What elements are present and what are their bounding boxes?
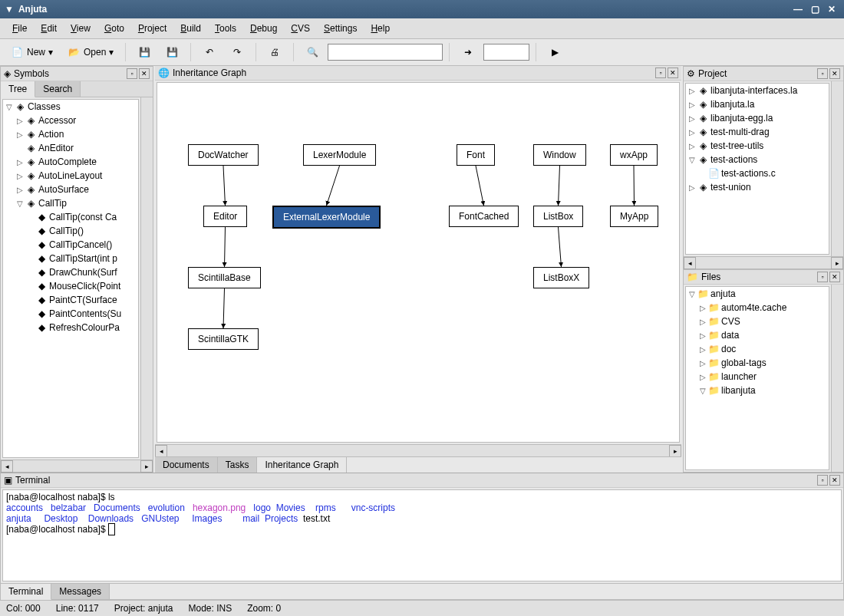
- tree-item[interactable]: ▷📁global-tags: [686, 356, 829, 370]
- expander-icon[interactable]: ▷: [698, 304, 707, 312]
- expander-icon[interactable]: ▷: [15, 172, 25, 180]
- tree-item[interactable]: ◆RefreshColourPa: [3, 321, 138, 334]
- tab-documents[interactable]: Documents: [155, 457, 218, 473]
- tree-root[interactable]: ▽◈Classes: [3, 100, 138, 114]
- expander-icon[interactable]: ▷: [687, 100, 697, 109]
- tree-item[interactable]: ▷◈libanjuta-egg.la: [686, 111, 829, 125]
- maximize-button[interactable]: ▢: [807, 2, 823, 17]
- tab-search[interactable]: Search: [35, 81, 81, 97]
- menu-help[interactable]: Help: [364, 21, 396, 35]
- save-all-button[interactable]: 💾: [160, 42, 184, 62]
- expander-icon[interactable]: ▷: [687, 128, 697, 137]
- scroll-right-icon[interactable]: ▸: [140, 460, 153, 473]
- close-button[interactable]: ✕: [824, 2, 839, 17]
- menu-project[interactable]: Project: [132, 21, 173, 35]
- find-button[interactable]: 🔍: [300, 42, 325, 62]
- menu-build[interactable]: Build: [174, 21, 207, 35]
- tree-item[interactable]: ▷◈test-tree-utils: [686, 139, 829, 153]
- tab-terminal[interactable]: Terminal: [1, 584, 51, 600]
- expander-icon[interactable]: ▷: [15, 186, 25, 194]
- tree-item[interactable]: ◆PaintContents(Su: [3, 307, 138, 321]
- menu-tools[interactable]: Tools: [209, 21, 242, 35]
- menu-debug[interactable]: Debug: [244, 21, 283, 35]
- tree-item[interactable]: ▷◈test-union: [686, 180, 829, 194]
- panel-close-button[interactable]: ✕: [139, 68, 150, 79]
- scrollbar-vertical[interactable]: [831, 285, 843, 472]
- tree-item[interactable]: ▷◈AutoComplete: [3, 155, 138, 169]
- tree-item[interactable]: ◆CallTip(const Ca: [3, 210, 138, 224]
- tree-item[interactable]: ◆PaintCT(Surface: [3, 293, 138, 307]
- save-button[interactable]: 💾: [132, 42, 157, 62]
- menu-edit[interactable]: Edit: [35, 21, 63, 35]
- window-menu-icon[interactable]: ▼: [5, 4, 14, 15]
- expander-icon[interactable]: ▷: [687, 183, 697, 192]
- tree-item[interactable]: ▷◈libanjuta-interfaces.la: [686, 84, 829, 97]
- expander-icon[interactable]: ▷: [687, 142, 697, 150]
- scroll-left-icon[interactable]: ◂: [1, 460, 13, 473]
- menu-cvs[interactable]: CVS: [285, 21, 316, 35]
- tab-tasks[interactable]: Tasks: [218, 457, 258, 473]
- tab-inheritance-graph[interactable]: Inheritance Graph: [257, 457, 347, 473]
- goto-button[interactable]: ➜: [456, 42, 480, 62]
- scrollbar-vertical[interactable]: [140, 97, 153, 460]
- expander-icon[interactable]: ▽: [15, 199, 25, 208]
- scrollbar-horizontal[interactable]: ◂▸: [155, 444, 681, 456]
- menu-file[interactable]: File: [6, 21, 33, 35]
- minimize-button[interactable]: —: [790, 2, 806, 17]
- panel-detach-button[interactable]: ▫: [817, 68, 828, 79]
- expander-icon[interactable]: ▽: [687, 156, 697, 164]
- scrollbar-horizontal[interactable]: ◂ ▸: [1, 460, 153, 472]
- expander-icon[interactable]: ▷: [15, 130, 25, 139]
- panel-detach-button[interactable]: ▫: [817, 475, 828, 486]
- tree-item[interactable]: ◆CallTipCancel(): [3, 238, 138, 252]
- expander-icon[interactable]: ▷: [698, 359, 707, 367]
- tree-item[interactable]: ▷📁autom4te.cache: [686, 301, 829, 315]
- tree-item[interactable]: ◈AnEditor: [3, 141, 138, 155]
- tree-item[interactable]: ◆CallTip(): [3, 224, 138, 238]
- inheritance-graph[interactable]: DocWatcherLexerModuleFontWindowwxAppEdit…: [157, 82, 680, 443]
- menu-settings[interactable]: Settings: [318, 21, 363, 35]
- tree-item[interactable]: ▽◈test-actions: [686, 153, 829, 166]
- tree-item[interactable]: ◆MouseClick(Point: [3, 279, 138, 293]
- panel-detach-button[interactable]: ▫: [817, 272, 828, 282]
- tree-item[interactable]: ▷📁data: [686, 328, 829, 342]
- undo-button[interactable]: ↶: [197, 42, 222, 62]
- tree-item[interactable]: ▷📁doc: [686, 342, 829, 356]
- tree-item[interactable]: ◆CallTipStart(int p: [3, 252, 138, 265]
- expander-icon[interactable]: ▷: [698, 373, 707, 381]
- scrollbar-horizontal[interactable]: ◂▸: [684, 256, 843, 268]
- terminal-output[interactable]: [naba@localhost naba]$ lsaccounts belzab…: [2, 489, 842, 581]
- tree-item[interactable]: ▽◈CallTip: [3, 196, 138, 210]
- panel-close-button[interactable]: ✕: [668, 68, 678, 78]
- expander-icon[interactable]: ▷: [15, 158, 25, 166]
- tree-item[interactable]: ◆DrawChunk(Surf: [3, 265, 138, 279]
- expander-icon[interactable]: ▷: [698, 318, 707, 326]
- tab-tree[interactable]: Tree: [1, 81, 35, 97]
- expander-icon[interactable]: ▷: [698, 331, 707, 340]
- tree-item[interactable]: ▷◈Action: [3, 127, 138, 141]
- tree-item[interactable]: ▷◈Accessor: [3, 114, 138, 127]
- panel-close-button[interactable]: ✕: [829, 68, 840, 79]
- expander-icon[interactable]: ▷: [698, 345, 707, 354]
- expander-icon[interactable]: ▷: [687, 114, 697, 123]
- expander-icon[interactable]: ▷: [15, 117, 25, 125]
- menu-view[interactable]: View: [64, 21, 97, 35]
- menu-goto[interactable]: Goto: [98, 21, 130, 35]
- panel-detach-button[interactable]: ▫: [127, 68, 137, 79]
- open-button[interactable]: 📂Open▾: [61, 42, 119, 62]
- new-button[interactable]: 📄New▾: [5, 42, 58, 62]
- panel-close-button[interactable]: ✕: [829, 272, 840, 282]
- tree-item[interactable]: ▷◈AutoLineLayout: [3, 169, 138, 183]
- goto-input[interactable]: [483, 44, 529, 61]
- redo-button[interactable]: ↷: [225, 42, 249, 62]
- tree-item[interactable]: ▷📁CVS: [686, 315, 829, 328]
- scrollbar-vertical[interactable]: [831, 81, 843, 256]
- expander-icon[interactable]: ▽: [698, 387, 707, 395]
- tree-item[interactable]: ▽📁anjuta: [686, 287, 829, 301]
- tab-messages[interactable]: Messages: [51, 584, 110, 599]
- tree-item[interactable]: ▷◈test-multi-drag: [686, 125, 829, 139]
- panel-close-button[interactable]: ✕: [829, 475, 840, 486]
- expander-icon[interactable]: ▽: [687, 290, 697, 298]
- tree-item[interactable]: ▷◈libanjuta.la: [686, 97, 829, 111]
- tree-item[interactable]: ▷◈AutoSurface: [3, 183, 138, 196]
